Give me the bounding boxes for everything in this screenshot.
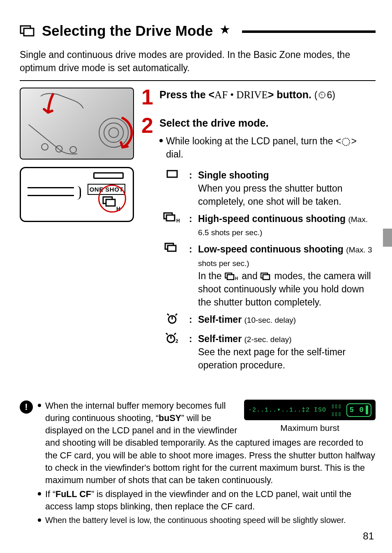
self-timer-10-icon: [159, 313, 185, 328]
mode-self-timer-10-label: Self-timer: [198, 314, 242, 325]
mode-self-timer-2-label: Self-timer: [198, 333, 242, 344]
viewfinder-display: -2..1..▾..1..‡2 ISO ▯▯▯▯▯▯ 5 0: [244, 400, 376, 420]
section-tab: [383, 229, 392, 247]
caution-1: -2..1..▾..1..‡2 ISO ▯▯▯▯▯▯ 5 0 Maximum b…: [45, 400, 376, 486]
intro-paragraph: Single and continuous drive modes are pr…: [20, 48, 376, 74]
svg-text:H: H: [235, 276, 238, 281]
section-divider: [20, 80, 376, 81]
lcd-panel-illustration: ONE SHOT H: [20, 167, 134, 222]
mode-self-timer-2: 2 : Self-timer (2-sec. delay) See the ne…: [159, 332, 376, 372]
viewfinder-panel: -2..1..▾..1..‡2 ISO ▯▯▯▯▯▯ 5 0 Maximum b…: [244, 400, 376, 434]
caution-section: ! -2..1..▾..1..‡2 ISO ▯▯▯▯▯▯ 5 0 Maximum…: [20, 400, 376, 528]
step-1: 1 Press the <AF • DRIVE> button. (⏲6): [141, 88, 376, 107]
caution-fullcf-keyword: FuLL CF: [55, 489, 91, 499]
step-2: 2 Select the drive mode. While looking a…: [141, 116, 376, 376]
mode-single-desc: When you press the shutter button comple…: [198, 183, 343, 207]
lcd-highlight-circle: [98, 185, 126, 213]
step-number-1: 1: [141, 88, 155, 107]
viewfinder-left-segment: -2..1..▾..1..‡2 ISO: [248, 406, 326, 414]
svg-rect-22: [263, 275, 270, 280]
bullet-icon: [38, 404, 41, 407]
svg-point-2: [99, 118, 128, 148]
continuous-low-icon: [159, 243, 185, 257]
mode-cont-high: H : High-speed continuous shooting (Max.…: [159, 212, 376, 238]
page-number: 81: [363, 529, 374, 543]
mode-self-timer-2-note: (2-sec. delay): [244, 335, 291, 344]
step-1-title: Press the <AF • DRIVE> button.: [159, 89, 314, 100]
continuous-high-icon: H: [159, 212, 185, 227]
step-1-timer-note: (⏲6): [314, 90, 335, 100]
svg-rect-14: [166, 215, 175, 221]
bullet-icon: [38, 518, 41, 522]
page-heading: Selecting the Drive Mode ★: [20, 21, 376, 41]
caution-2b: ” is displayed in the viewfinder and on …: [45, 489, 351, 511]
drive-mode-list: : Single shooting When you press the shu…: [159, 169, 376, 372]
svg-text:H: H: [176, 218, 180, 224]
caution-2a: If “: [45, 489, 55, 499]
continuous-low-icon-inline: [261, 273, 271, 281]
step-2-title: Select the drive mode.: [159, 116, 376, 130]
camera-top-illustration: [20, 88, 134, 160]
mode-self-timer-10: : Self-timer (10-sec. delay): [159, 313, 376, 328]
svg-rect-17: [168, 245, 176, 251]
svg-rect-12: [167, 171, 177, 177]
svg-point-7: [70, 147, 76, 153]
mode-cont-low-extra: In the H and modes, the camera will shoo…: [198, 271, 371, 308]
caution-3: When the battery level is low, the conti…: [45, 514, 376, 526]
bullet-icon: [38, 492, 41, 495]
step-number-2: 2: [141, 116, 155, 376]
continuous-high-icon-inline: H: [225, 273, 239, 281]
caution-icon: !: [20, 400, 33, 414]
single-shot-icon: [159, 169, 185, 182]
svg-point-5: [42, 144, 48, 150]
svg-point-3: [104, 123, 123, 142]
star-icon: ★: [219, 21, 231, 38]
af-drive-button-glyph: AF • DRIVE: [214, 89, 268, 100]
step-2-bullet-before: While looking at the LCD panel, turn the…: [166, 136, 341, 146]
mode-single: : Single shooting When you press the shu…: [159, 169, 376, 208]
mode-self-timer-10-note: (10-sec. delay): [244, 316, 296, 324]
svg-point-11: [342, 138, 350, 146]
viewfinder-caption: Maximum burst: [280, 422, 339, 434]
step-1-title-before: Press the <: [159, 89, 214, 100]
drive-mode-icon: [20, 24, 38, 38]
step-2-bullet: While looking at the LCD panel, turn the…: [166, 134, 376, 161]
quick-control-dial-icon: [341, 137, 350, 146]
step-1-title-after: > button.: [268, 89, 311, 100]
mode-cont-low-label: Low-speed continuous shooting: [198, 244, 344, 255]
viewfinder-burst-value: 5 0: [346, 403, 371, 417]
mode-cont-high-label: High-speed continuous shooting: [198, 213, 346, 224]
heading-rule: [242, 30, 376, 33]
caution-busy-keyword: buSY: [159, 413, 181, 423]
mode-self-timer-2-extra: See the next page for the self-timer ope…: [198, 347, 346, 370]
svg-text:2: 2: [175, 338, 178, 344]
mode-cont-low: : Low-speed continuous shooting (Max. 3 …: [159, 243, 376, 309]
self-timer-2-icon: 2: [159, 332, 185, 347]
svg-rect-19: [227, 275, 234, 280]
svg-rect-1: [24, 28, 34, 36]
bullet-icon: [159, 139, 163, 142]
svg-point-4: [109, 128, 119, 138]
heading-title: Selecting the Drive Mode: [42, 21, 213, 41]
caution-2: If “FuLL CF” is displayed in the viewfin…: [45, 488, 376, 513]
mode-single-label: Single shooting: [198, 170, 269, 180]
